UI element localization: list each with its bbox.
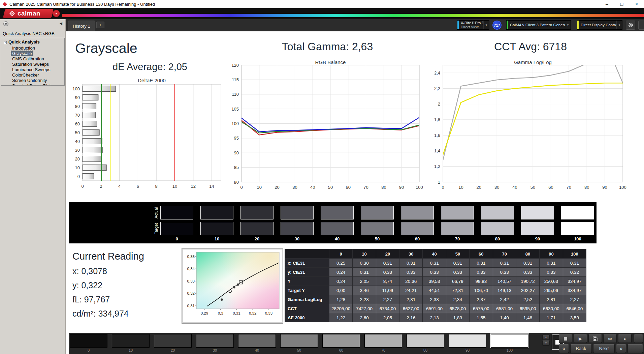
meter-reading-badge[interactable]: 717	[492, 21, 502, 30]
svg-text:50: 50	[75, 130, 80, 135]
svg-text:90: 90	[234, 150, 239, 155]
maximize-button[interactable]: □	[614, 0, 629, 8]
svg-text:40: 40	[75, 139, 80, 144]
overflow-transport-button-bottom[interactable]	[627, 344, 643, 353]
svg-text:30: 30	[75, 148, 80, 153]
table-cell: 1,22	[329, 313, 353, 322]
swatch-actual-100	[561, 206, 594, 219]
table-cell: 202,27	[516, 286, 539, 295]
sidebar-item-screen-uniformity[interactable]: Screen Uniformity	[11, 78, 48, 83]
svg-text:14: 14	[209, 184, 214, 189]
sidebar-item-grayscale[interactable]: Grayscale	[11, 51, 33, 56]
sidebar-item-cms-calibration[interactable]: CMS Calibration	[11, 56, 45, 61]
calman-logo[interactable]: calman ▼	[3, 9, 62, 19]
next-button[interactable]: Next	[593, 344, 615, 353]
pattern-patch-0[interactable]: 0	[70, 334, 107, 352]
table-cell: 66,79	[446, 277, 469, 286]
pattern-patch-70[interactable]: 70	[364, 334, 402, 352]
table-cell: 2,37	[470, 295, 493, 304]
sidebar-item-saturation-sweeps[interactable]: Saturation Sweeps	[11, 62, 50, 67]
sidebar-item-luminance-sweeps[interactable]: Luminance Sweeps	[11, 67, 51, 72]
table-cell: 0,33	[470, 268, 493, 277]
title-bar: Calman 2025 Calman Ultimate for Business…	[0, 0, 644, 8]
svg-text:60: 60	[548, 185, 553, 190]
table-row-label: Target Y	[285, 286, 329, 295]
pattern-generator-name: CalMAN Client 3 Pattern Generator	[510, 23, 563, 27]
table-cell: 0,33	[423, 268, 446, 277]
sidebar-item-quick-analysis[interactable]: -Quick Analysis	[1, 39, 64, 45]
deltae-bar-20	[83, 156, 101, 162]
settings-button[interactable]	[626, 21, 635, 30]
table-cell: 24,21	[399, 286, 423, 295]
record-button[interactable]: ●	[618, 334, 632, 343]
spin-down-button[interactable]: ▼	[542, 341, 550, 346]
svg-text:30: 30	[292, 185, 297, 190]
back-button[interactable]: Back	[570, 344, 592, 353]
table-cell: 2,05	[376, 313, 399, 322]
overflow-transport-button-top[interactable]	[634, 334, 643, 343]
play-button[interactable]: ▶	[574, 334, 587, 343]
table-cell: 72,31	[446, 286, 469, 295]
loop-button[interactable]: ∞	[603, 334, 617, 343]
svg-text:100: 100	[232, 121, 239, 126]
cie-chromaticity-panel: 0,290,30,310,320,330,310,320,330,340,35	[182, 248, 283, 323]
pattern-patch-60[interactable]: 60	[322, 334, 360, 352]
pattern-patch-10[interactable]: 10	[112, 334, 150, 352]
tab-history-1[interactable]: History 1	[68, 21, 95, 31]
svg-text:8: 8	[155, 184, 158, 189]
save-button[interactable]	[588, 334, 602, 343]
chevron-down-icon: ▼	[55, 12, 58, 15]
svg-text:2: 2	[438, 101, 440, 107]
pattern-patch-50[interactable]: 50	[280, 334, 318, 352]
measurement-table-wrap: 0102030405060708090100x: CIE310,250,300,…	[285, 249, 586, 322]
logo-dropdown-button[interactable]: ▼	[53, 10, 60, 17]
pattern-patch-40[interactable]: 40	[238, 334, 276, 352]
swatch-target-100	[561, 222, 594, 235]
table-column-header-0: 0	[329, 249, 353, 259]
svg-text:85: 85	[234, 165, 239, 170]
table-column-header-50: 50	[446, 249, 469, 259]
meter-name: X-Rite i1Pro 3	[461, 21, 481, 25]
table-cell: 2,52	[516, 295, 539, 304]
pattern-generator-dropdown[interactable]: CalMAN Client 3 Pattern Generator ▼	[506, 20, 571, 30]
tree-collapse-icon[interactable]: -	[4, 41, 7, 44]
table-row-label: Y	[285, 277, 329, 286]
stop-button[interactable]	[559, 334, 572, 343]
gear-icon	[628, 22, 634, 28]
deltae-bar-100	[83, 86, 116, 92]
sidebar-item-colorchecker[interactable]: ColorChecker	[11, 72, 40, 78]
back-skip-button[interactable]: «	[559, 344, 569, 353]
sidebar-item-spectral-power-dist-[interactable]: Spectral Power Dist.	[11, 83, 53, 86]
de-average-readout: dE Average: 2,05	[83, 61, 217, 72]
svg-text:100: 100	[416, 185, 423, 190]
table-cell: 7427,00	[353, 304, 376, 313]
deltae-bar-10	[83, 165, 106, 171]
next-skip-button[interactable]: »	[616, 344, 626, 353]
add-tab-button[interactable]: +	[96, 22, 104, 28]
table-cell: 2,42	[493, 295, 516, 304]
pattern-patch-30[interactable]: 30	[196, 334, 234, 352]
svg-text:30: 30	[494, 185, 499, 190]
pattern-patch-20[interactable]: 20	[154, 334, 192, 352]
sidebar-collapse-icon[interactable]: ◀	[60, 21, 62, 26]
spin-up-button[interactable]: ▲	[542, 335, 550, 340]
table-cell: 0,31	[563, 259, 586, 268]
table-cell: 1,28	[329, 295, 353, 304]
minimize-button[interactable]: –	[600, 0, 614, 8]
workflow-sidebar: ◀ Quick Analysis NBC sRGB -Quick Analysi…	[0, 19, 66, 354]
swatch-target-70	[441, 222, 474, 235]
display-control-dropdown[interactable]: Direct Display Control ▼	[577, 20, 622, 30]
overflow-toolbar-button[interactable]	[638, 21, 644, 30]
pattern-patch-100[interactable]: 100	[491, 334, 528, 352]
table-cell: 0,30	[353, 259, 376, 268]
pattern-patch-90[interactable]: 90	[449, 334, 486, 352]
pin-icon[interactable]	[3, 21, 8, 26]
close-button[interactable]: ×	[629, 0, 644, 8]
app-icon	[3, 2, 7, 6]
svg-text:0,33: 0,33	[187, 279, 195, 283]
table-row-y: Y0,242,058,7420,3639,5366,7999,83140,571…	[285, 277, 586, 286]
meter-dropdown[interactable]: X-Rite i1Pro 3 Direct View ▼	[457, 20, 489, 30]
table-cell: 2,33	[423, 295, 446, 304]
sidebar-item-introduction[interactable]: Introduction	[11, 46, 36, 51]
pattern-patch-80[interactable]: 80	[407, 334, 444, 352]
